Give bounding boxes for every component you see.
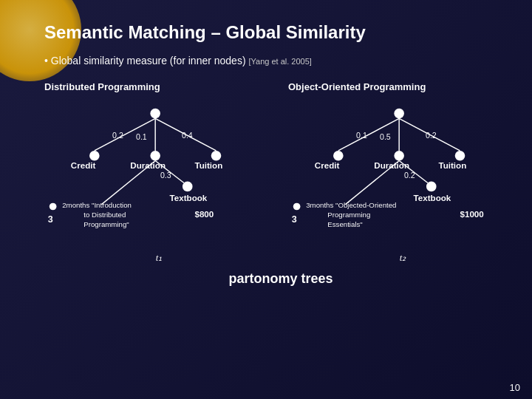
right-leaf-bullet [293, 203, 301, 211]
right-weight-tuition: 0.2 [426, 131, 437, 140]
left-credit-node [89, 151, 100, 161]
right-root-node [394, 109, 404, 119]
left-price: $800 [194, 209, 214, 219]
title-text: Semantic Matching – Global Similarity [44, 22, 366, 42]
left-textbook-node [183, 182, 193, 192]
left-t-label: t₁ [44, 252, 273, 264]
bullet-point: • [44, 55, 48, 66]
right-textbook-node [426, 182, 437, 192]
right-tuition-node [455, 151, 466, 161]
left-book3: Programming" [83, 220, 129, 228]
right-book3: Essentials" [327, 220, 363, 228]
partonomy-label: partonomy trees [44, 271, 517, 287]
left-weight-credit: 0.2 [112, 131, 123, 140]
right-textbook-label: Textbook [414, 193, 451, 202]
right-t-label: t₂ [288, 252, 517, 264]
left-book2: to Distributed [83, 211, 126, 219]
left-textbook-label: Textbook [170, 193, 208, 202]
right-tuition-label: Tuition [438, 160, 466, 170]
right-leaf-3: 3 [292, 214, 297, 225]
left-tuition-label: Tuition [194, 160, 222, 170]
slide-subtitle: • Global similarity measure (for inner n… [44, 55, 517, 66]
right-credit-label: Credit [315, 160, 340, 170]
slide: Semantic Matching – Global Similarity • … [0, 0, 532, 399]
page-number: 10 [510, 382, 520, 393]
left-weight-duration: 0.1 [136, 132, 147, 141]
left-tree-svg: 0.2 0.1 0.4 Credit Duration Tuition 0.3 [44, 98, 273, 246]
right-months: 3months "Objected-Oriented [306, 201, 396, 209]
left-duration-label: Duration [130, 160, 166, 170]
left-months: 2months "Introduction [62, 201, 132, 209]
left-weight-tuition: 0.4 [182, 131, 193, 140]
right-price: $1000 [460, 209, 484, 219]
left-weight-textbook: 0.3 [160, 171, 171, 180]
left-line-leaf [102, 161, 156, 205]
right-weight-credit: 0.1 [356, 131, 367, 140]
right-weight-textbook: 0.2 [404, 171, 415, 180]
left-leaf-bullet [50, 203, 57, 211]
right-line-leaf [346, 161, 400, 205]
reference: [Yang et al. 2005] [248, 57, 311, 66]
left-credit-label: Credit [71, 160, 96, 170]
right-credit-node [333, 151, 344, 161]
slide-content: Semantic Matching – Global Similarity • … [44, 22, 517, 384]
left-leaf-3: 3 [48, 214, 53, 225]
trees-container: Distributed Programming 0.2 0.1 0.4 [44, 81, 517, 264]
right-book2: Programming [327, 211, 370, 219]
right-tree-svg: 0.1 0.5 0.2 Credit Duration Tuition 0.2 [288, 98, 517, 246]
left-tree-section: Distributed Programming 0.2 0.1 0.4 [44, 81, 273, 264]
left-tuition-node [211, 151, 222, 161]
right-tree-section: Object-Oriented Programming 0.1 0.5 0.2 [288, 81, 517, 264]
left-duration-node [150, 151, 160, 161]
right-duration-node [394, 151, 404, 161]
subtitle-text: Global similarity measure (for inner nod… [51, 55, 246, 66]
right-duration-label: Duration [374, 160, 409, 170]
left-tree-title: Distributed Programming [44, 81, 273, 92]
right-weight-duration: 0.5 [380, 132, 391, 141]
left-root-node [150, 109, 160, 119]
right-tree-title: Object-Oriented Programming [288, 81, 517, 92]
slide-title: Semantic Matching – Global Similarity [44, 22, 517, 43]
